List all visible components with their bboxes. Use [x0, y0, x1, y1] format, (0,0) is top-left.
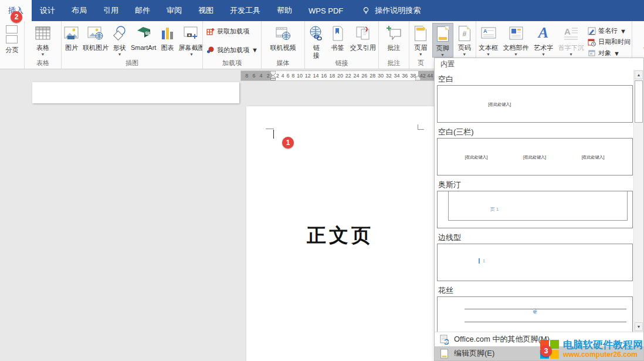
menu-item-label: Office.com 中的其他页脚(M)	[454, 334, 550, 345]
gallery-scrollbar[interactable]: ▲ ▼	[633, 70, 643, 332]
bookmark-icon	[329, 25, 347, 42]
gallery-section-title: 花丝	[438, 285, 632, 294]
ruler-number: 22	[345, 73, 351, 79]
footer-icon	[434, 25, 452, 43]
footer-template-3[interactable]: 页 1	[437, 191, 633, 228]
page-break-icon	[4, 25, 21, 45]
dropdown-arrow: ▼	[252, 46, 258, 53]
horizontal-ruler[interactable]: 8642 2468101214161820222426283032343638 …	[240, 70, 435, 81]
svg-text:A: A	[483, 28, 487, 34]
tab-引用[interactable]: 引用	[95, 0, 127, 21]
drop-cap-button: A 首字下沉 ▼	[557, 23, 585, 56]
page-number-icon: #	[456, 25, 473, 42]
page-number-preview: 页 1	[490, 206, 499, 212]
ruler-number: 8	[245, 73, 248, 79]
quick-parts-button[interactable]: 文档部件 ▼	[502, 23, 530, 56]
gallery-section-title: 空白(三栏)	[438, 127, 632, 136]
smartart-icon	[135, 25, 152, 42]
footer-template-1[interactable]: [在此处键入]	[437, 85, 633, 123]
dropdown-arrow: ▼	[462, 52, 466, 56]
dropdown-arrow: ▼	[118, 52, 122, 56]
tab-开发工具[interactable]: 开发工具	[222, 0, 269, 21]
document-page[interactable]: 正文页	[246, 106, 434, 361]
screenshot-button[interactable]: 屏幕截图 ▼	[177, 23, 203, 56]
tell-me-search[interactable]: 操作说明搜索	[362, 0, 421, 21]
picture-button[interactable]: 图片	[62, 23, 82, 52]
previous-page-bottom[interactable]	[32, 82, 239, 103]
ruler-number: 34	[394, 73, 400, 79]
footer-button[interactable]: 页脚 ▼	[432, 23, 453, 58]
my-addins-icon	[206, 46, 215, 54]
object-icon	[588, 49, 596, 58]
ruler-number: 20	[337, 73, 343, 79]
chart-button[interactable]: 图表	[157, 23, 177, 52]
tab-审阅[interactable]: 审阅	[158, 0, 190, 21]
get-addins-button[interactable]: 获取加载项	[206, 27, 249, 36]
dropdown-arrow: ▼	[614, 50, 620, 57]
ruler-number: 10	[297, 73, 303, 79]
tab-视图[interactable]: 视图	[190, 0, 222, 21]
lightbulb-icon	[362, 6, 370, 15]
equation-button[interactable]: π 公式	[640, 23, 644, 52]
crop-mark-top-right-h	[418, 129, 424, 130]
footer-template-4[interactable]: 1	[437, 244, 633, 281]
bookmark-button[interactable]: 书签	[328, 23, 348, 52]
chart-icon	[158, 25, 176, 42]
ruler-number: 6	[286, 73, 289, 79]
online-picture-button[interactable]: 联机图片	[82, 23, 110, 52]
page-number-preview: 1	[479, 258, 485, 264]
date-time-button[interactable]: 日期和时间	[588, 38, 631, 46]
textbox-icon: A	[480, 25, 497, 42]
link-icon	[307, 25, 325, 42]
footer-template-2[interactable]: [在此处键入][在此处键入][在此处键入]	[437, 138, 633, 176]
my-addins-button[interactable]: 我的加载项 ▼	[206, 46, 258, 55]
tab-帮助[interactable]: 帮助	[269, 0, 300, 21]
group-table: 表格 ▼ 表格	[25, 21, 62, 69]
footer-template-5[interactable]: ❦	[437, 296, 633, 332]
ruler-number: 24	[354, 73, 360, 79]
page-break-button[interactable]: 分页	[2, 23, 22, 54]
gallery-section-title: 边线型	[438, 232, 632, 241]
ruler-number: 6	[252, 73, 255, 79]
ruler-number: 4	[282, 73, 284, 79]
online-video-button[interactable]: 联机视频	[269, 23, 297, 52]
group-label-illustrations: 插图	[62, 59, 202, 69]
ribbon-tab-bar: 插入设计布局引用邮件审阅视图开发工具帮助WPS PDF 操作说明搜索	[0, 0, 644, 21]
scrollbar-thumb[interactable]	[635, 80, 643, 123]
smartart-button[interactable]: SmartArt	[130, 23, 157, 52]
dropdown-arrow: ▼	[541, 52, 545, 56]
dropdown-arrow: ▼	[486, 52, 490, 56]
tab-邮件[interactable]: 邮件	[127, 0, 158, 21]
group-label-links: 链接	[305, 59, 378, 69]
comment-button[interactable]: 批注	[384, 23, 404, 52]
ruler-number: 26	[361, 73, 367, 79]
gallery-section-title: 空白	[438, 74, 632, 83]
object-button[interactable]: 对象 ▼	[588, 49, 631, 58]
scroll-down-arrow[interactable]: ▼	[635, 322, 643, 331]
signature-line-button[interactable]: 签名行 ▼	[588, 26, 631, 35]
link-button[interactable]: 链接	[306, 23, 326, 59]
screenshot-icon	[182, 25, 200, 42]
ruler-number: 4	[260, 73, 263, 79]
ruler-text-area: 2468101214161820222426283032343638	[274, 71, 418, 80]
ruler-right-margin: 4244	[418, 71, 435, 80]
footer-gallery: 空白[在此处键入]空白(三栏)[在此处键入][在此处键入][在此处键入]奥斯汀页…	[437, 70, 633, 332]
tab-WPS PDF[interactable]: WPS PDF	[300, 0, 351, 21]
shapes-button[interactable]: 形状 ▼	[110, 23, 130, 56]
wordart-button[interactable]: A 艺术字 ▼	[533, 23, 554, 56]
textbox-button[interactable]: A 文本框 ▼	[477, 23, 499, 56]
header-button[interactable]: 页眉 ▼	[411, 23, 431, 56]
tab-布局[interactable]: 布局	[63, 0, 95, 21]
scroll-up-arrow[interactable]: ▲	[635, 70, 643, 79]
tab-设计[interactable]: 设计	[32, 0, 63, 21]
word-window: 插入设计布局引用邮件审阅视图开发工具帮助WPS PDF 操作说明搜索 分页	[0, 0, 644, 361]
comment-icon	[385, 25, 403, 42]
page-number-button[interactable]: # 页码 ▼	[455, 23, 474, 56]
dropdown-arrow: ▼	[41, 52, 45, 56]
watermark-site-name: 电脑软硬件教程网	[563, 340, 643, 351]
cross-reference-button[interactable]: 交叉引用	[349, 23, 377, 52]
hanging-indent-marker[interactable]	[270, 75, 276, 80]
right-indent-marker[interactable]	[415, 76, 421, 80]
table-button[interactable]: 表格 ▼	[33, 23, 53, 56]
online-video-icon	[274, 25, 292, 42]
